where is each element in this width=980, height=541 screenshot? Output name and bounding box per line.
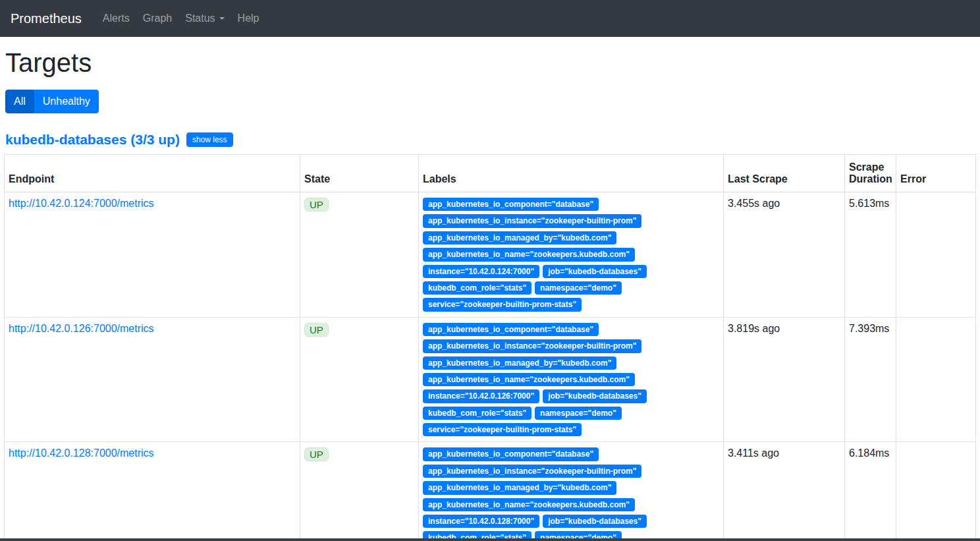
last-scrape-value: 3.455s ago: [724, 192, 845, 318]
table-row: http://10.42.0.124:7000/metrics UP app_k…: [5, 192, 976, 318]
labels-cell: app_kubernetes_io_component="database"ap…: [419, 317, 724, 442]
last-scrape-value: 3.819s ago: [724, 317, 845, 442]
label-badge: service="zookeeper-builtin-prom-stats": [423, 298, 582, 311]
nav-item-graph[interactable]: Graph: [136, 13, 178, 24]
scrape-duration-value: 6.184ms: [845, 442, 896, 541]
caret-down-icon: [219, 17, 225, 20]
screen-bottom-edge: [0, 538, 980, 541]
endpoint-link[interactable]: http://10.42.0.126:7000/metrics: [9, 323, 154, 334]
label-badge: app_kubernetes_io_managed_by="kubedb.com…: [423, 231, 616, 244]
state-up-badge: UP: [304, 323, 329, 337]
label-badge: kubedb_com_role="stats": [423, 407, 531, 420]
error-value: [896, 192, 976, 318]
scrape-duration-value: 5.613ms: [845, 192, 896, 318]
label-badge: namespace="demo": [535, 281, 622, 295]
label-badge: kubedb_com_role="stats": [423, 281, 531, 295]
column-header: Labels: [419, 155, 724, 192]
column-header: Scrape Duration: [845, 155, 896, 192]
scrape-duration-value: 7.393ms: [845, 317, 896, 442]
table-row: http://10.42.0.128:7000/metrics UP app_k…: [5, 442, 976, 541]
label-badge: instance="10.42.0.124:7000": [423, 265, 539, 278]
label-badge: app_kubernetes_io_instance="zookeeper-bu…: [423, 465, 641, 478]
filter-all-button[interactable]: All: [5, 90, 34, 113]
label-badge: namespace="demo": [535, 407, 622, 420]
nav-item-status-dropdown[interactable]: Status: [178, 13, 231, 24]
column-header: Last Scrape: [724, 155, 845, 192]
labels-cell: app_kubernetes_io_component="database"ap…: [419, 442, 724, 541]
label-badge: app_kubernetes_io_component="database": [423, 198, 599, 211]
label-badge: app_kubernetes_io_name="zookeepers.kubed…: [423, 373, 635, 386]
label-badge: job="kubedb-databases": [543, 265, 647, 278]
nav-item-help[interactable]: Help: [231, 13, 266, 24]
label-badge: app_kubernetes_io_name="zookeepers.kubed…: [423, 248, 635, 261]
targets-page: Targets All Unhealthy kubedb-databases (…: [0, 48, 980, 541]
label-badge: app_kubernetes_io_managed_by="kubedb.com…: [423, 356, 616, 370]
label-badge: job="kubedb-databases": [543, 515, 647, 528]
job-section-header: kubedb-databases (3/3 up) show less: [5, 132, 976, 148]
column-header: Endpoint: [5, 155, 300, 192]
label-badge: app_kubernetes_io_instance="zookeeper-bu…: [423, 214, 641, 227]
label-badge: app_kubernetes_io_managed_by="kubedb.com…: [423, 481, 616, 494]
error-value: [896, 442, 976, 541]
show-less-button[interactable]: show less: [186, 132, 233, 147]
table-row: http://10.42.0.126:7000/metrics UP app_k…: [5, 317, 976, 442]
label-badge: app_kubernetes_io_name="zookeepers.kubed…: [423, 498, 635, 511]
state-up-badge: UP: [304, 447, 329, 461]
label-badge: app_kubernetes_io_component="database": [423, 323, 599, 336]
labels-cell: app_kubernetes_io_component="database"ap…: [419, 192, 724, 318]
nav-item-alerts[interactable]: Alerts: [96, 13, 136, 24]
column-header: State: [300, 155, 419, 192]
state-up-badge: UP: [304, 198, 329, 212]
label-badge: app_kubernetes_io_component="database": [423, 447, 599, 461]
nav-item-status-label: Status: [185, 13, 215, 24]
filter-unhealthy-button[interactable]: Unhealthy: [34, 90, 99, 113]
brand-link[interactable]: Prometheus: [11, 11, 82, 26]
health-filter-group: All Unhealthy: [5, 90, 99, 113]
label-badge: instance="10.42.0.126:7000": [423, 389, 539, 403]
column-header: Error: [896, 155, 976, 192]
label-badge: service="zookeeper-builtin-prom-stats": [423, 423, 582, 436]
navbar: Prometheus Alerts Graph Status Help: [0, 0, 980, 37]
last-scrape-value: 3.411s ago: [724, 442, 845, 541]
error-value: [896, 317, 976, 442]
label-badge: job="kubedb-databases": [543, 389, 647, 403]
label-badge: app_kubernetes_io_instance="zookeeper-bu…: [423, 339, 641, 353]
label-badge: instance="10.42.0.128:7000": [423, 515, 539, 528]
endpoint-link[interactable]: http://10.42.0.128:7000/metrics: [9, 447, 154, 459]
table-header-row: EndpointStateLabelsLast ScrapeScrape Dur…: [5, 155, 976, 192]
targets-table: EndpointStateLabelsLast ScrapeScrape Dur…: [4, 154, 976, 541]
job-heading-link[interactable]: kubedb-databases (3/3 up): [5, 132, 180, 148]
endpoint-link[interactable]: http://10.42.0.124:7000/metrics: [9, 198, 154, 209]
page-title: Targets: [5, 48, 976, 78]
